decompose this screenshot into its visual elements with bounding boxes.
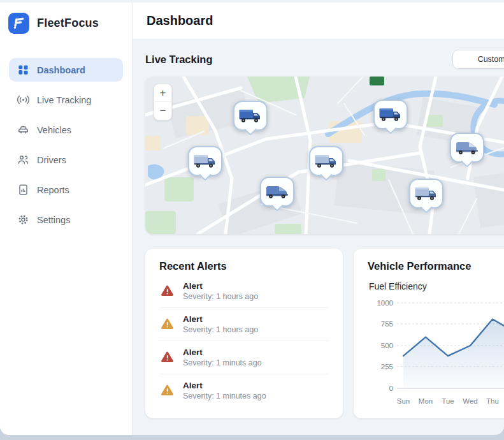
sidebar-item-label: Live Tracking <box>37 95 91 105</box>
vehicle-marker-van-light[interactable] <box>450 133 484 163</box>
svg-text:255: 255 <box>381 363 393 370</box>
alert-meta: Severity: 1 minuts ago <box>183 358 262 367</box>
sidebar-item-reports[interactable]: Reports <box>9 178 123 202</box>
vehicle-marker-truck-dark[interactable] <box>233 101 268 131</box>
dashboard-cards-row: Recent Alerts AlertSeverity: 1 hours ago… <box>145 249 504 418</box>
alert-list: AlertSeverity: 1 hours agoAlertSeverity:… <box>159 275 329 407</box>
live-tracking-header-row: Live Tracking Custom vehic <box>145 50 504 69</box>
sidebar-item-label: Vehicles <box>37 125 71 135</box>
svg-text:Tue: Tue <box>442 397 454 405</box>
svg-text:1000: 1000 <box>377 299 393 307</box>
dashboard-icon <box>17 64 29 77</box>
svg-text:Thu: Thu <box>486 397 499 405</box>
sidebar-item-label: Dashboard <box>37 65 85 75</box>
svg-text:Wed: Wed <box>463 397 477 405</box>
warning-triangle-icon <box>161 351 174 363</box>
fleetfocus-logo-icon <box>8 13 29 34</box>
brand-name: FleetFocus <box>37 17 99 30</box>
warning-triangle-icon <box>161 285 174 297</box>
fuel-efficiency-area-chart: 02555007551000SunMonTueWedThu <box>368 294 504 415</box>
gear-icon <box>17 214 29 226</box>
brand-header: FleetFocus <box>0 3 132 40</box>
map-zoom-out-button[interactable]: − <box>154 102 171 120</box>
live-tracking-map[interactable]: + − <box>145 77 504 234</box>
sidebar-item-live-tracking[interactable]: Live Tracking <box>9 88 123 112</box>
content: Live Tracking Custom vehic <box>133 40 504 418</box>
sidebar-item-label: Drivers <box>37 155 66 165</box>
alert-title: Alert <box>183 281 258 291</box>
report-icon <box>17 184 29 196</box>
alert-item: AlertSeverity: 1 minuts ago <box>159 341 329 374</box>
svg-text:0: 0 <box>389 385 393 392</box>
sidebar: FleetFocus DashboardLive TrackingVehicle… <box>0 3 133 435</box>
warning-triangle-icon <box>161 318 174 330</box>
page-title: Dashboard <box>147 13 213 28</box>
sidebar-item-dashboard[interactable]: Dashboard <box>9 58 123 82</box>
alert-item: AlertSeverity: 1 hours ago <box>159 275 329 307</box>
svg-text:Mon: Mon <box>419 397 433 405</box>
fuel-efficiency-chart-title: Fuel Efficiency <box>369 281 504 291</box>
alert-title: Alert <box>183 348 262 357</box>
alert-title: Alert <box>183 381 266 390</box>
vehicle-marker-van-dark[interactable] <box>260 177 294 207</box>
svg-text:Sun: Sun <box>397 397 410 405</box>
sidebar-item-drivers[interactable]: Drivers <box>9 148 123 172</box>
people-icon <box>17 154 29 166</box>
warning-triangle-icon <box>161 385 174 397</box>
alert-meta: Severity: 1 minutes ago <box>183 392 266 400</box>
vehicle-marker-truck-dark[interactable] <box>373 99 408 129</box>
svg-text:755: 755 <box>381 320 393 328</box>
sidebar-item-label: Settings <box>37 215 70 225</box>
alert-meta: Severity: 1 hours ago <box>183 325 258 334</box>
vehicle-performance-card: Vehicle Performance Fuel Efficiency 0255… <box>354 249 504 418</box>
broadcast-icon <box>17 94 29 106</box>
map-zoom-control: + − <box>154 84 172 121</box>
sidebar-item-vehicles[interactable]: Vehicles <box>9 118 123 142</box>
vehicle-marker-truck-light[interactable] <box>309 146 343 176</box>
svg-text:500: 500 <box>381 342 393 349</box>
sidebar-item-label: Reports <box>37 185 69 195</box>
window-top-edge <box>0 0 504 3</box>
vehicle-marker-truck-light[interactable] <box>188 146 222 176</box>
page-header: Dashboard <box>133 3 504 40</box>
app-window: FleetFocus DashboardLive TrackingVehicle… <box>0 3 504 435</box>
vehicle-marker-truck-light[interactable] <box>409 179 443 209</box>
vehicle-performance-title: Vehicle Performance <box>368 260 504 272</box>
sidebar-nav: DashboardLive TrackingVehiclesDriversRep… <box>0 58 132 231</box>
alert-meta: Severity: 1 hours ago <box>183 292 258 301</box>
sidebar-item-settings[interactable]: Settings <box>9 208 123 231</box>
fuel-efficiency-chart: 02555007551000SunMonTueWedThu <box>368 294 504 418</box>
custom-vehicle-button[interactable]: Custom vehic <box>452 50 504 69</box>
main-area: Dashboard Live Tracking Custom vehic <box>133 3 504 435</box>
live-tracking-title: Live Tracking <box>145 54 212 66</box>
alert-item: AlertSeverity: 1 hours ago <box>159 307 329 341</box>
map-zoom-in-button[interactable]: + <box>154 84 171 102</box>
alert-title: Alert <box>183 314 258 324</box>
car-icon <box>17 124 29 136</box>
recent-alerts-title: Recent Alerts <box>159 260 329 272</box>
alert-item: AlertSeverity: 1 minutes ago <box>159 374 329 407</box>
recent-alerts-card: Recent Alerts AlertSeverity: 1 hours ago… <box>145 249 343 418</box>
